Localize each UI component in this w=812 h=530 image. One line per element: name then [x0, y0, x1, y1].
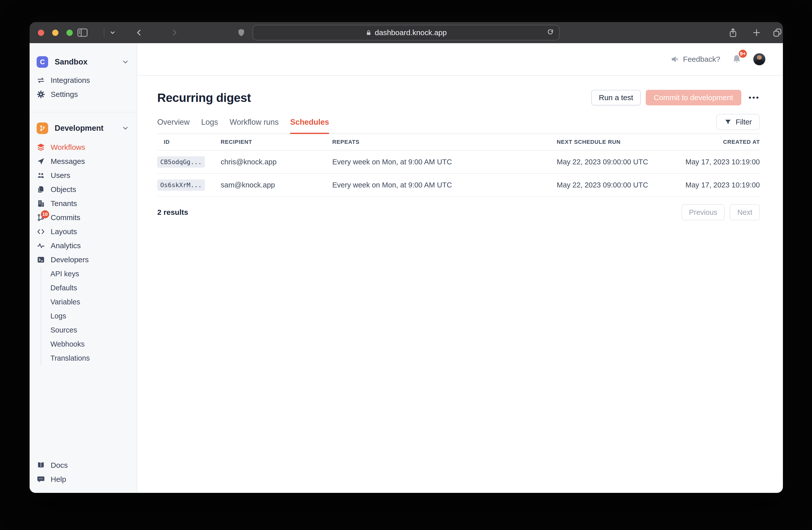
- sidebar-item-variables[interactable]: Variables: [41, 295, 137, 309]
- next-page-button[interactable]: Next: [730, 204, 760, 220]
- tab-schedules[interactable]: Schedules: [290, 118, 329, 134]
- run-a-test-button[interactable]: Run a test: [591, 90, 641, 106]
- back-icon[interactable]: [135, 28, 143, 37]
- column-header-id: ID: [157, 139, 221, 145]
- sidebar-item-analytics[interactable]: Analytics: [30, 239, 137, 253]
- sidebar-item-docs[interactable]: Docs: [30, 458, 137, 472]
- id-chip: CB5odqGg...: [157, 156, 205, 168]
- chevron-down-icon[interactable]: [109, 29, 116, 36]
- sidebar-item-label: Settings: [50, 90, 78, 99]
- sidebar-item-defaults[interactable]: Defaults: [41, 281, 137, 295]
- zoom-window-button[interactable]: [67, 30, 73, 36]
- cell-recipient: sam@knock.app: [221, 181, 332, 189]
- sub-item-label: Logs: [50, 312, 66, 320]
- sidebar-item-logs[interactable]: Logs: [41, 309, 137, 323]
- more-options-button[interactable]: •••: [749, 94, 760, 102]
- sidebar-item-webhooks[interactable]: Webhooks: [41, 337, 137, 351]
- tab-logs[interactable]: Logs: [201, 118, 218, 134]
- id-chip: Os6skXrM...: [157, 179, 205, 191]
- address-bar[interactable]: dashboard.knock.app: [252, 25, 560, 40]
- sidebar-item-integrations[interactable]: Integrations: [30, 73, 137, 87]
- sidebar-toggle-icon[interactable]: [77, 28, 88, 37]
- filter-funnel-icon: [724, 118, 732, 126]
- sidebar-item-label: Workflows: [50, 143, 85, 152]
- browser-titlebar: dashboard.knock.app: [30, 22, 783, 43]
- table-row[interactable]: Os6skXrM... sam@knock.app Every week on …: [157, 174, 760, 197]
- cell-created-at: May 17, 2023 10:19:00: [685, 158, 760, 166]
- workspace-logo-letter: C: [40, 58, 45, 66]
- sidebar-item-label: Developers: [50, 255, 89, 264]
- sidebar: C Sandbox Integrations: [30, 43, 137, 493]
- sidebar-item-tenants[interactable]: Tenants: [30, 196, 137, 211]
- sidebar-item-label: Docs: [50, 461, 68, 470]
- notification-badge: 9+: [738, 49, 748, 59]
- workspace-switcher[interactable]: C Sandbox: [30, 53, 137, 71]
- sub-item-label: Variables: [50, 298, 80, 306]
- commit-to-development-button[interactable]: Commit to development: [646, 90, 741, 106]
- sidebar-item-developers[interactable]: Developers: [30, 253, 137, 267]
- cell-id: CB5odqGg...: [157, 156, 221, 168]
- megaphone-icon: [670, 55, 679, 64]
- cell-next-schedule-run: May 22, 2023 09:00:00 UTC: [557, 181, 685, 189]
- tab-overview[interactable]: Overview: [157, 118, 190, 134]
- swap-arrows-icon: [37, 76, 45, 85]
- users-icon: [37, 171, 45, 180]
- book-icon: [37, 461, 45, 470]
- sidebar-item-layouts[interactable]: Layouts: [30, 225, 137, 239]
- sidebar-item-sources[interactable]: Sources: [41, 323, 137, 337]
- privacy-shield-icon[interactable]: [237, 28, 246, 38]
- table-header-row: ID RECIPIENT REPEATS NEXT SCHEDULE RUN C…: [157, 134, 760, 151]
- pulse-icon: [37, 241, 45, 250]
- sidebar-item-api-keys[interactable]: API keys: [41, 267, 137, 281]
- environment-name: Development: [55, 124, 115, 133]
- commits-icon: 10: [37, 213, 45, 222]
- close-window-button[interactable]: [38, 30, 44, 36]
- sidebar-item-users[interactable]: Users: [30, 168, 137, 182]
- environment-switcher[interactable]: Development: [30, 120, 137, 137]
- layers-icon: [37, 143, 45, 152]
- toolbar-divider: [104, 28, 104, 37]
- new-tab-icon[interactable]: [752, 28, 762, 37]
- sidebar-item-help[interactable]: Help: [30, 472, 137, 486]
- sidebar-item-objects[interactable]: Objects: [30, 182, 137, 196]
- column-header-next-schedule-run: NEXT SCHEDULE RUN: [557, 139, 723, 145]
- tab-overview-icon[interactable]: [772, 28, 782, 38]
- building-icon: [37, 199, 45, 208]
- sidebar-divider: [30, 112, 137, 112]
- environment-logo: [37, 123, 48, 134]
- filter-button[interactable]: Filter: [716, 114, 760, 130]
- sidebar-item-messages[interactable]: Messages: [30, 154, 137, 168]
- cell-recipient: chris@knock.app: [221, 158, 332, 166]
- notifications-button[interactable]: 9+: [731, 53, 742, 65]
- sidebar-item-workflows[interactable]: Workflows: [30, 140, 137, 154]
- gear-icon: [37, 90, 45, 99]
- sidebar-item-label: Objects: [50, 185, 76, 194]
- minimize-window-button[interactable]: [52, 30, 58, 36]
- top-bar: Feedback? 9+: [137, 43, 783, 76]
- column-header-created-at: CREATED AT: [723, 139, 760, 145]
- share-icon[interactable]: [728, 27, 738, 38]
- table-row[interactable]: CB5odqGg... chris@knock.app Every week o…: [157, 151, 760, 174]
- sub-item-label: Webhooks: [50, 340, 85, 348]
- sub-item-label: Defaults: [50, 284, 77, 292]
- page-title: Recurring digest: [157, 91, 591, 104]
- results-count: 2 results: [157, 208, 682, 217]
- address-bar-url: dashboard.knock.app: [375, 28, 447, 37]
- tab-workflow-runs[interactable]: Workflow runs: [230, 118, 279, 134]
- cell-id: Os6skXrM...: [157, 179, 221, 191]
- sidebar-item-settings[interactable]: Settings: [30, 87, 137, 101]
- reload-icon[interactable]: [547, 29, 554, 37]
- terminal-icon: [37, 255, 45, 264]
- forward-icon[interactable]: [170, 28, 178, 37]
- previous-page-button[interactable]: Previous: [682, 204, 725, 220]
- feedback-link[interactable]: Feedback?: [670, 55, 720, 64]
- tabs: Overview Logs Workflow runs Schedules Fi…: [157, 114, 760, 134]
- sidebar-item-translations[interactable]: Translations: [41, 351, 137, 365]
- avatar[interactable]: [753, 53, 765, 65]
- filter-label: Filter: [736, 118, 752, 126]
- sub-item-label: API keys: [50, 270, 79, 278]
- developers-sub-list: API keys Defaults Variables Logs Sources…: [41, 267, 137, 365]
- sidebar-item-commits[interactable]: 10 Commits: [30, 211, 137, 225]
- paper-plane-icon: [37, 157, 45, 166]
- lock-icon: [365, 29, 372, 37]
